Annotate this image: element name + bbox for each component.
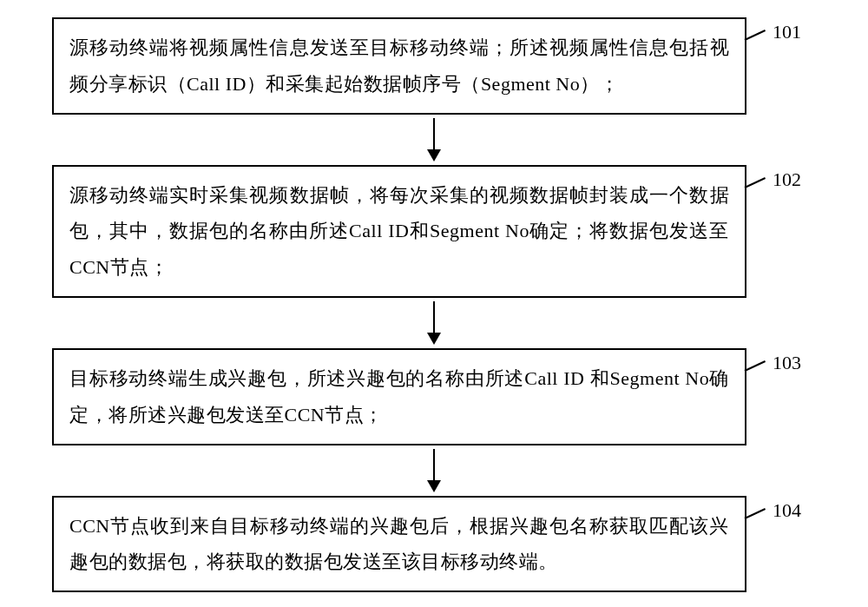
arrow-shaft [433,118,435,149]
arrow-head-icon [427,149,441,162]
step-text: 源移动终端将视频属性信息发送至目标移动终端；所述视频属性信息包括视频分享标识（C… [69,36,729,95]
step-box-2: 源移动终端实时采集视频数据帧，将每次采集的视频数据帧封装成一个数据包，其中，数据… [52,165,746,298]
arrow-3 [87,445,781,496]
step-text: 目标移动终端生成兴趣包，所述兴趣包的名称由所述Call ID 和Segment … [69,367,729,426]
step-row-1: 源移动终端将视频属性信息发送至目标移动终端；所述视频属性信息包括视频分享标识（C… [52,17,816,115]
callout-4: 104 [745,496,801,522]
arrow-1 [87,115,781,165]
step-number: 103 [773,352,801,374]
step-number: 101 [773,21,801,43]
callout-3: 103 [745,348,801,374]
step-row-3: 目标移动终端生成兴趣包，所述兴趣包的名称由所述Call ID 和Segment … [52,348,816,445]
arrow-shaft [433,301,435,333]
arrow-head-icon [427,480,441,492]
step-text: CCN节点收到来自目标移动终端的兴趣包后，根据兴趣包名称获取匹配该兴趣包的数据包… [69,515,729,573]
step-row-4: CCN节点收到来自目标移动终端的兴趣包后，根据兴趣包名称获取匹配该兴趣包的数据包… [52,496,816,593]
step-box-1: 源移动终端将视频属性信息发送至目标移动终端；所述视频属性信息包括视频分享标识（C… [52,17,746,115]
step-number: 104 [773,499,801,522]
callout-1: 101 [745,17,801,43]
step-text: 源移动终端实时采集视频数据帧，将每次采集的视频数据帧封装成一个数据包，其中，数据… [69,184,729,279]
step-number: 102 [773,168,801,191]
callout-line [745,360,766,372]
flowchart: 源移动终端将视频属性信息发送至目标移动终端；所述视频属性信息包括视频分享标识（C… [52,17,816,592]
callout-2: 102 [745,165,801,191]
step-box-4: CCN节点收到来自目标移动终端的兴趣包后，根据兴趣包名称获取匹配该兴趣包的数据包… [52,496,746,593]
arrow-shaft [433,449,435,480]
callout-line [745,508,766,519]
arrow-head-icon [427,333,441,345]
step-box-3: 目标移动终端生成兴趣包，所述兴趣包的名称由所述Call ID 和Segment … [52,348,746,445]
step-row-2: 源移动终端实时采集视频数据帧，将每次采集的视频数据帧封装成一个数据包，其中，数据… [52,165,816,298]
arrow-2 [87,298,781,348]
callout-line [745,30,766,41]
callout-line [745,177,766,188]
